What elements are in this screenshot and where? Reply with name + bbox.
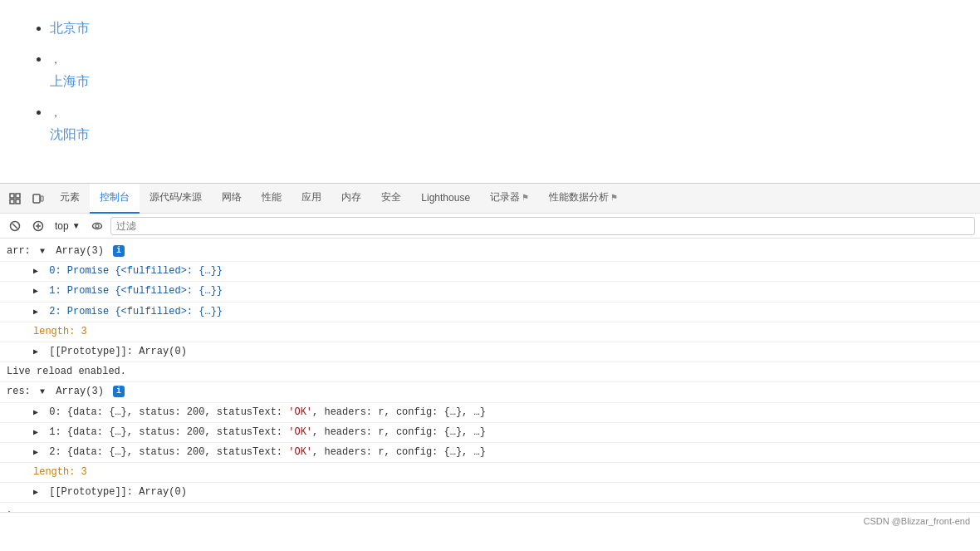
tab-performance-insights[interactable]: 性能数据分析 ⚑ — [539, 184, 628, 214]
tab-elements[interactable]: 元素 — [50, 184, 90, 214]
comma-1: ， — [33, 49, 947, 70]
clear-console-button[interactable] — [5, 216, 25, 236]
list-item: ， 上海市 — [50, 47, 947, 94]
arr-length-row: length: 3 — [0, 322, 980, 342]
chevron-down-icon: ▼ — [72, 221, 81, 230]
tab-recorder[interactable]: 记录器 ⚑ — [480, 184, 539, 214]
res-item1-arrow-icon[interactable] — [33, 426, 43, 440]
tab-bar: 元素 控制台 源代码/来源 网络 性能 应用 内存 安全 Lighthouse … — [0, 184, 980, 214]
live-reload-message: Live reload enabled. — [0, 362, 980, 382]
tab-lighthouse[interactable]: Lighthouse — [411, 184, 480, 214]
res-label: res: — [7, 386, 31, 397]
res-length-row: length: 3 — [0, 463, 980, 483]
res-badge: i — [113, 386, 125, 397]
city-link-beijing[interactable]: 北京市 — [50, 21, 90, 35]
arr-expand[interactable]: Array(3) i — [40, 245, 125, 257]
level-selector[interactable]: top ▼ — [51, 219, 84, 234]
arr-item1-arrow-icon[interactable] — [33, 285, 43, 298]
res-item-1: 1: {data: {…}, status: 200, statusText: … — [0, 423, 980, 443]
svg-rect-5 — [41, 196, 43, 201]
arr-item2-arrow-icon[interactable] — [33, 306, 43, 319]
arr-item0-arrow-icon[interactable] — [33, 265, 43, 278]
devtools-panel: 元素 控制台 源代码/来源 网络 性能 应用 内存 安全 Lighthouse … — [0, 183, 980, 529]
level-value: top — [55, 220, 69, 232]
insights-suffix: ⚑ — [610, 193, 618, 202]
res-item2-arrow-icon[interactable] — [33, 446, 43, 460]
res-item-0: 0: {data: {…}, status: 200, statusText: … — [0, 403, 980, 423]
arr-proto-text: [[Prototype]]: Array(0) — [49, 346, 187, 357]
cursor-icon[interactable] — [3, 184, 27, 214]
tab-network[interactable]: 网络 — [212, 184, 252, 214]
res-item2-text: 2: {data: {…}, status: 200, statusText: … — [49, 446, 486, 458]
res-item1-text: 1: {data: {…}, status: 200, statusText: … — [49, 426, 486, 438]
city-list: 北京市 ， 上海市 ， 沈阳市 — [33, 17, 947, 147]
res-type-text: Array(3) — [56, 386, 104, 397]
arr-type-text: Array(3) — [56, 245, 104, 257]
comma-2: ， — [33, 102, 947, 123]
arr-length-text: length: 3 — [33, 326, 87, 337]
arr-item-0: 0: Promise {<fulfilled>: {…}} — [0, 262, 980, 282]
no-filter-button[interactable] — [28, 216, 48, 236]
list-item: 北京市 — [50, 17, 947, 41]
arr-item0-text: 0: Promise {<fulfilled>: {…}} — [49, 265, 223, 277]
res-item-2: 2: {data: {…}, status: 200, statusText: … — [0, 443, 980, 463]
footer-bar: CSDN @Blizzar_front-end — [0, 512, 980, 529]
filter-input[interactable] — [110, 217, 975, 235]
city-link-shenyang[interactable]: 沈阳市 — [50, 127, 90, 141]
res-expand[interactable]: Array(3) i — [40, 386, 125, 397]
tab-application[interactable]: 应用 — [292, 184, 331, 214]
arr-arrow-icon[interactable] — [40, 245, 50, 258]
res-proto-text: [[Prototype]]: Array(0) — [49, 486, 187, 498]
console-output: arr: Array(3) i 0: Promise {<fulfilled>:… — [0, 239, 980, 529]
res-proto-row: [[Prototype]]: Array(0) — [0, 483, 980, 503]
tab-security[interactable]: 安全 — [371, 184, 411, 214]
svg-rect-3 — [16, 199, 20, 204]
svg-point-12 — [96, 224, 99, 228]
inspect-icon[interactable] — [27, 184, 50, 214]
arr-item-2: 2: Promise {<fulfilled>: {…}} — [0, 303, 980, 322]
tab-memory[interactable]: 内存 — [331, 184, 371, 214]
tab-console[interactable]: 控制台 — [90, 184, 140, 214]
svg-rect-2 — [16, 194, 20, 198]
res-item0-arrow-icon[interactable] — [33, 406, 43, 420]
svg-rect-4 — [33, 194, 40, 203]
svg-line-7 — [12, 224, 17, 229]
res-length-text: length: 3 — [33, 466, 87, 478]
arr-item1-text: 1: Promise {<fulfilled>: {…}} — [49, 285, 223, 297]
footer-text: CSDN @Blizzar_front-end — [863, 516, 970, 526]
list-item: ， 沈阳市 — [50, 101, 947, 147]
city-link-shanghai[interactable]: 上海市 — [50, 74, 90, 88]
res-proto-arrow-icon[interactable] — [33, 486, 43, 499]
tab-performance[interactable]: 性能 — [252, 184, 292, 214]
arr-item2-text: 2: Promise {<fulfilled>: {…}} — [49, 306, 223, 317]
arr-proto-arrow-icon[interactable] — [33, 346, 43, 359]
arr-badge: i — [113, 245, 125, 257]
res-arrow-icon[interactable] — [40, 386, 50, 399]
tab-sources[interactable]: 源代码/来源 — [140, 184, 212, 214]
recorder-suffix: ⚑ — [522, 193, 529, 202]
console-toolbar: top ▼ — [0, 214, 980, 239]
arr-item-1: 1: Promise {<fulfilled>: {…}} — [0, 282, 980, 302]
eye-icon-button[interactable] — [87, 216, 107, 236]
arr-row: arr: Array(3) i — [0, 242, 980, 262]
res-item0-text: 0: {data: {…}, status: 200, statusText: … — [49, 406, 486, 418]
svg-rect-1 — [10, 199, 14, 204]
res-row: res: Array(3) i — [0, 382, 980, 402]
top-content: 北京市 ， 上海市 ， 沈阳市 — [0, 0, 980, 183]
svg-rect-0 — [10, 194, 14, 198]
arr-proto-row: [[Prototype]]: Array(0) — [0, 342, 980, 362]
live-reload-text: Live reload enabled. — [7, 366, 126, 377]
arr-label: arr: — [7, 245, 31, 257]
